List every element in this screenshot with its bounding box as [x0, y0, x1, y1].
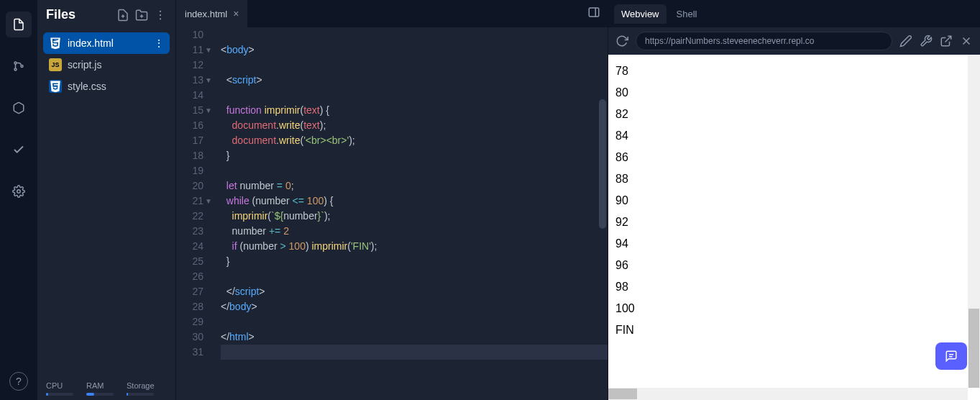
package-icon[interactable]: [6, 95, 32, 121]
file-item-js[interactable]: JSscript.js: [43, 54, 170, 76]
files-panel: Files index.html⋮JSscript.jsstyle.css CP…: [37, 0, 175, 400]
file-label: index.html: [68, 37, 114, 49]
storage-label: Storage: [127, 381, 155, 390]
icon-rail: [0, 0, 37, 400]
file-label: style.css: [68, 81, 106, 92]
tab-label: index.html: [185, 9, 227, 19]
close-icon[interactable]: ×: [233, 8, 239, 19]
more-icon[interactable]: [154, 9, 167, 22]
file-label: script.js: [68, 59, 101, 71]
right-panel: WebviewShell https://pairNumbers.steveen…: [608, 0, 980, 400]
output-line: 96: [615, 255, 973, 276]
svg-line-13: [945, 36, 951, 42]
editor-tab[interactable]: index.html ×: [176, 0, 248, 27]
file-list: index.html⋮JSscript.jsstyle.css: [37, 29, 175, 376]
output-line: 90: [615, 190, 973, 212]
webview-scrollbar-vertical[interactable]: [968, 55, 980, 388]
check-icon[interactable]: [6, 137, 32, 163]
svg-point-9: [160, 14, 161, 15]
files-header: Files: [37, 0, 175, 29]
webview-scrollbar-horizontal[interactable]: [608, 388, 968, 400]
svg-rect-11: [589, 8, 599, 17]
file-more-icon[interactable]: ⋮: [154, 37, 164, 49]
open-new-icon[interactable]: [940, 35, 953, 47]
svg-point-3: [17, 190, 21, 194]
reload-icon[interactable]: [615, 35, 628, 47]
webview-content[interactable]: 7880828486889092949698100FIN: [608, 55, 980, 400]
svg-point-10: [160, 18, 161, 19]
js-file-icon: JS: [49, 58, 62, 71]
cpu-stat: CPU: [46, 381, 73, 396]
url-bar: https://pairNumbers.steveenecheverr.repl…: [608, 27, 980, 55]
line-gutter: 1011▼1213▼1415▼161718192021▼222324252627…: [176, 27, 208, 400]
edit-icon[interactable]: [899, 35, 912, 47]
svg-point-2: [21, 65, 23, 68]
url-input[interactable]: https://pairNumbers.steveenecheverr.repl…: [636, 32, 892, 50]
branch-icon[interactable]: [6, 53, 32, 79]
ram-label: RAM: [86, 381, 114, 390]
tab-bar: index.html ×: [176, 0, 608, 27]
chat-button[interactable]: [935, 342, 967, 370]
ram-stat: RAM: [86, 381, 114, 396]
html-file-icon: [49, 37, 62, 50]
help-button[interactable]: ?: [9, 372, 28, 391]
svg-point-8: [160, 10, 161, 12]
output-line: 82: [615, 104, 973, 125]
output-line: 98: [615, 276, 973, 298]
output-line: 92: [615, 212, 973, 233]
storage-stat: Storage: [127, 381, 155, 396]
svg-point-0: [14, 62, 17, 64]
files-icon[interactable]: [6, 12, 32, 37]
right-tab-webview[interactable]: Webview: [614, 4, 667, 24]
new-file-icon[interactable]: [116, 9, 129, 22]
new-folder-icon[interactable]: [135, 9, 148, 22]
close-panel-icon[interactable]: [960, 35, 973, 47]
file-item-css[interactable]: style.css: [43, 76, 170, 97]
output-line: 88: [615, 168, 973, 190]
devtools-icon[interactable]: [920, 35, 933, 47]
output-line: FIN: [615, 319, 973, 341]
css-file-icon: [49, 80, 62, 93]
svg-point-1: [14, 68, 17, 71]
editor-panel: index.html × 1011▼1213▼1415▼161718192021…: [175, 0, 608, 400]
sidebar-toggle-icon[interactable]: [580, 6, 608, 22]
output-line: 80: [615, 82, 973, 104]
output-line: 100: [615, 298, 973, 319]
right-tab-shell[interactable]: Shell: [669, 4, 705, 24]
editor-scrollbar[interactable]: [599, 99, 606, 229]
files-title: Files: [46, 7, 111, 22]
settings-icon[interactable]: [6, 178, 32, 204]
code-lines[interactable]: <body> <script> function imprimir(text) …: [208, 27, 608, 400]
output-line: 84: [615, 125, 973, 147]
file-item-html[interactable]: index.html⋮: [43, 32, 170, 54]
output-line: 86: [615, 147, 973, 168]
output-line: 94: [615, 233, 973, 255]
right-tabs: WebviewShell: [608, 0, 980, 27]
code-area[interactable]: 1011▼1213▼1415▼161718192021▼222324252627…: [176, 27, 608, 400]
output-line: 78: [615, 60, 973, 82]
footer-stats: CPU RAM Storage: [37, 376, 175, 400]
cpu-label: CPU: [46, 381, 73, 390]
